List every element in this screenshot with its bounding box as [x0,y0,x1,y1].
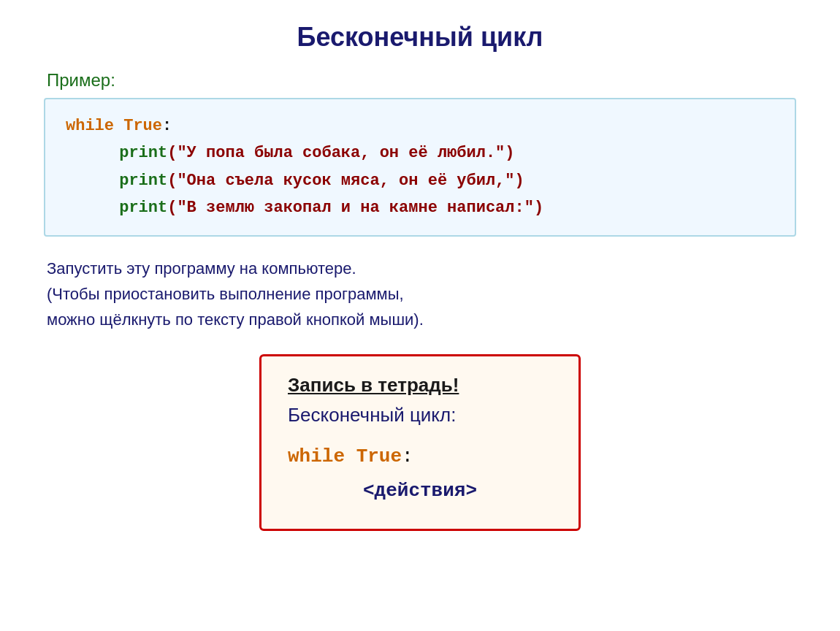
notebook-code: while True: <действия> [288,440,552,508]
description-text: Запустить эту программу на компьютере. (… [44,256,796,333]
nb-colon: : [402,445,413,467]
keyword-while: while [66,117,114,135]
str-3: ("В землю закопал и на камне написал:") [167,199,543,217]
desc-line-3: можно щёлкнуть по тексту правой кнопкой … [47,307,796,332]
code-line-3: print("Она съела кусок мяса, он её убил,… [66,167,774,194]
code-block: while True: print("У попа была собака, о… [44,98,796,237]
nb-keyword-while: while [288,445,345,467]
desc-line-1: Запустить эту программу на компьютере. [47,256,796,281]
page-title: Бесконечный цикл [44,22,796,53]
nb-actions: <действия> [288,474,552,508]
str-1: ("У попа была собака, он её любил.") [167,144,514,162]
code-line-2: print("У попа была собака, он её любил."… [66,139,774,167]
colon-1: : [162,117,172,135]
example-label: Пример: [44,70,796,91]
code-line-1: while True: [66,112,774,139]
notebook-title: Запись в тетрадь! [288,374,552,397]
nb-keyword-true: True [356,445,402,467]
code-line-4: print("В землю закопал и на камне написа… [66,194,774,221]
notebook-box: Запись в тетрадь! Бесконечный цикл: whil… [259,354,581,531]
str-2: ("Она съела кусок мяса, он её убил,") [167,172,524,190]
fn-print-1: print [119,144,167,162]
keyword-true: True [123,117,162,135]
desc-line-2: (Чтобы приостановить выполнение программ… [47,281,796,307]
notebook-subtitle: Бесконечный цикл: [288,404,552,427]
fn-print-3: print [119,199,167,217]
fn-print-2: print [119,172,167,190]
